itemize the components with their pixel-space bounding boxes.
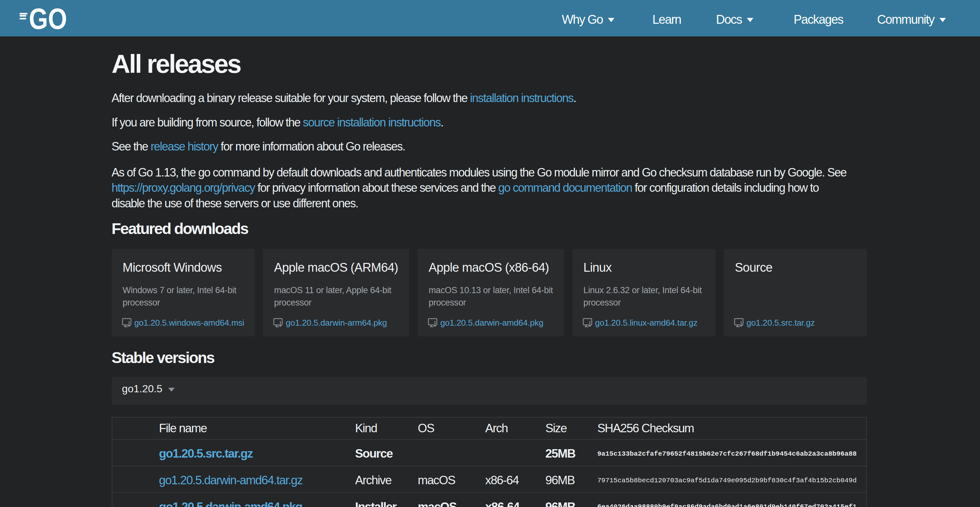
svg-text:GO: GO [29,3,67,35]
